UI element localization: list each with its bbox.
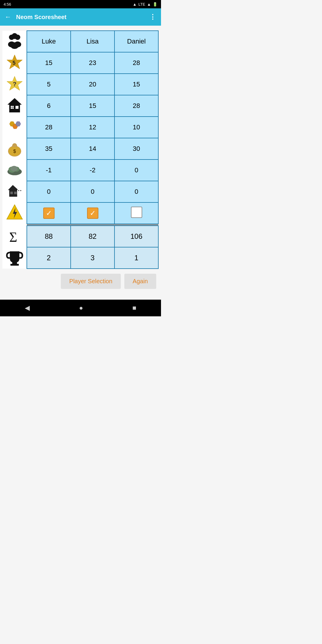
svg-marker-26 [8, 185, 18, 196]
header-row: Luke Lisa Daniel [2, 31, 158, 52]
checkbox-1[interactable]: ✓ [71, 202, 114, 224]
cell-6-0[interactable]: 0 [27, 181, 71, 202]
action-buttons: Player Selection Again [2, 274, 159, 289]
rank-1: 3 [71, 247, 114, 269]
row-gems: 28 12 10 [2, 117, 158, 138]
checkbox-unchecked-2[interactable] [131, 207, 142, 218]
score-table: Luke Lisa Daniel 5 15 23 28 ? [2, 30, 159, 269]
row-star5: 5 15 23 28 [2, 52, 158, 74]
back-nav-icon[interactable]: ◀ [25, 304, 30, 312]
row-money: $ 35 14 30 [2, 138, 158, 160]
checkbox-2[interactable] [114, 202, 158, 224]
row-house: 6 15 28 [2, 95, 158, 117]
sigma-icon: Σ [6, 227, 24, 245]
icon-cloud [2, 160, 27, 181]
cell-3-2[interactable]: 10 [114, 117, 158, 138]
rank-2: 1 [114, 247, 158, 269]
player-selection-button[interactable]: Player Selection [61, 274, 121, 289]
money-icon: $ [6, 139, 24, 157]
svg-rect-30 [17, 191, 22, 195]
battery-icon: 🔋 [153, 2, 157, 7]
row-haunted: 0 0 0 [2, 181, 158, 202]
icon-lightning [2, 202, 27, 224]
cell-1-2[interactable]: 15 [114, 74, 158, 95]
status-bar: 4:56 ▲ LTE ▲ 🔋 [0, 0, 161, 8]
cell-4-1[interactable]: 14 [71, 138, 114, 160]
icon-house [2, 95, 27, 117]
svg-text:$: $ [13, 149, 16, 154]
player-header-2: Daniel [114, 31, 158, 52]
svg-rect-28 [14, 192, 17, 194]
cell-4-0[interactable]: 35 [27, 138, 71, 160]
rank-0: 2 [27, 247, 71, 269]
player-header-1: Lisa [71, 31, 114, 52]
bottom-nav: ◀ ● ■ [0, 300, 161, 316]
cell-0-2[interactable]: 28 [114, 52, 158, 74]
icon-col-header [2, 31, 27, 52]
cell-1-1[interactable]: 20 [71, 74, 114, 95]
back-button[interactable]: ← [5, 13, 11, 21]
row-starQ: ? 5 20 15 [2, 74, 158, 95]
total-1: 82 [71, 226, 114, 247]
checkbox-checked-0[interactable]: ✓ [43, 208, 55, 219]
svg-text:5: 5 [12, 60, 15, 66]
cell-3-0[interactable]: 28 [27, 117, 71, 138]
star5-icon: 5 [6, 53, 24, 71]
cell-5-1[interactable]: -2 [71, 160, 114, 181]
svg-point-5 [10, 42, 19, 49]
svg-point-31 [18, 190, 19, 191]
cloud-icon [6, 161, 24, 179]
svg-rect-27 [10, 192, 13, 194]
svg-rect-13 [16, 106, 18, 109]
cell-1-0[interactable]: 5 [27, 74, 71, 95]
players-icon [6, 32, 24, 50]
cell-6-2[interactable]: 0 [114, 181, 158, 202]
icon-star5: 5 [2, 52, 27, 74]
ranks-row: 2 3 1 [2, 247, 158, 269]
starQ-icon: ? [6, 75, 24, 93]
lightning-icon [6, 204, 24, 222]
more-options-button[interactable]: ⋮ [149, 13, 156, 21]
checkbox-0[interactable]: ✓ [27, 202, 71, 224]
again-button[interactable]: Again [124, 274, 156, 289]
signal-icon: ▲ [147, 2, 151, 7]
gems-icon [6, 118, 24, 136]
main-content: Luke Lisa Daniel 5 15 23 28 ? [0, 26, 161, 294]
home-nav-icon[interactable]: ● [79, 304, 83, 312]
total-2: 106 [114, 226, 158, 247]
svg-point-2 [12, 33, 18, 39]
checkbox-checked-1[interactable]: ✓ [87, 208, 98, 219]
app-bar-title: Neom Scoresheet [16, 14, 145, 21]
icon-starQ: ? [2, 74, 27, 95]
icon-gems [2, 117, 27, 138]
cell-0-0[interactable]: 15 [27, 52, 71, 74]
svg-rect-37 [10, 264, 19, 266]
app-bar: ← Neom Scoresheet ⋮ [0, 8, 161, 26]
svg-text:Σ: Σ [9, 230, 17, 245]
cell-2-1[interactable]: 15 [71, 95, 114, 117]
total-0: 88 [27, 226, 71, 247]
lte-label: LTE [138, 2, 145, 7]
icon-sigma: Σ [2, 226, 27, 247]
cell-0-1[interactable]: 23 [71, 52, 114, 74]
cell-5-0[interactable]: -1 [27, 160, 71, 181]
trophy-icon [6, 248, 24, 266]
cell-6-1[interactable]: 0 [71, 181, 114, 202]
cell-2-0[interactable]: 6 [27, 95, 71, 117]
svg-text:?: ? [13, 81, 16, 87]
status-icons: ▲ LTE ▲ 🔋 [133, 2, 157, 7]
cell-5-2[interactable]: 0 [114, 160, 158, 181]
recents-nav-icon[interactable]: ■ [132, 304, 136, 312]
icon-trophy [2, 247, 27, 269]
row-lightning: ✓ ✓ [2, 202, 158, 224]
cell-4-2[interactable]: 30 [114, 138, 158, 160]
cell-3-1[interactable]: 12 [71, 117, 114, 138]
icon-haunted [2, 181, 27, 202]
svg-point-32 [20, 190, 21, 191]
house-icon [6, 96, 24, 114]
svg-rect-11 [13, 108, 16, 112]
totals-row: Σ 88 82 106 [2, 226, 158, 247]
icon-money: $ [2, 138, 27, 160]
player-header-0: Luke [27, 31, 71, 52]
cell-2-2[interactable]: 28 [114, 95, 158, 117]
